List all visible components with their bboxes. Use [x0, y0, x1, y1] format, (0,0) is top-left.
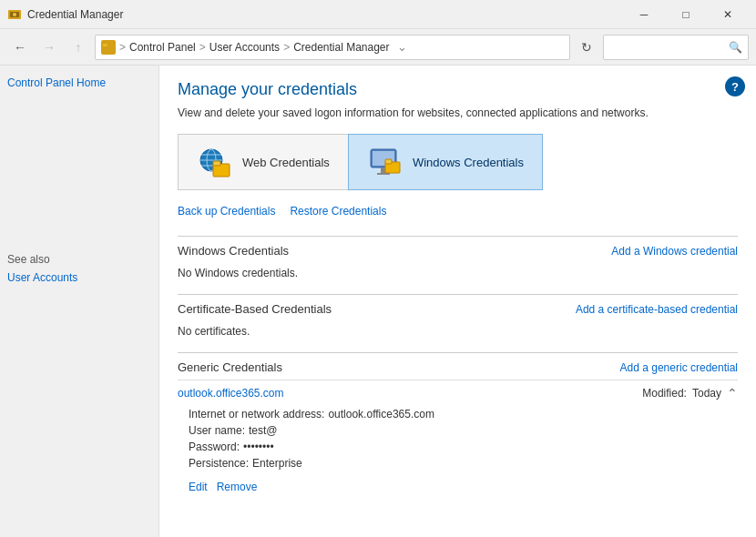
windows-credentials-header: Windows Credentials Add a Windows creden…: [178, 244, 738, 258]
up-button[interactable]: ↑: [66, 35, 91, 60]
edit-credential-link[interactable]: Edit: [189, 481, 208, 493]
detail-row-password: Password: ••••••••: [189, 441, 738, 453]
windows-credentials-section: Windows Credentials Add a Windows creden…: [178, 236, 738, 287]
help-button[interactable]: ?: [725, 76, 745, 96]
main-layout: Control Panel Home See also User Account…: [0, 66, 756, 537]
web-credentials-label: Web Credentials: [242, 156, 330, 169]
search-input[interactable]: [609, 41, 729, 54]
path-sep-1: >: [199, 41, 206, 54]
windows-credentials-tab[interactable]: Windows Credentials: [348, 134, 543, 190]
windows-credentials-title: Windows Credentials: [178, 244, 289, 258]
credential-type-selector: Web Credentials: [178, 134, 738, 190]
password-value: ••••••••: [243, 441, 274, 453]
credential-item-actions: Edit Remove: [178, 481, 738, 493]
page-description: View and delete your saved logon informa…: [178, 106, 738, 119]
address-path[interactable]: > Control Panel > User Accounts > Creden…: [95, 35, 570, 60]
generic-credentials-header: Generic Credentials Add a generic creden…: [178, 360, 738, 374]
modified-label: Modified:: [642, 387, 687, 400]
persistence-value: Enterprise: [252, 457, 302, 470]
add-generic-credential-link[interactable]: Add a generic credential: [620, 361, 738, 374]
detail-row-persistence: Persistence: Enterprise: [189, 457, 738, 470]
see-also-label: See also: [7, 253, 151, 266]
sidebar-control-panel-home[interactable]: Control Panel Home: [7, 76, 151, 89]
app-icon: [7, 7, 22, 22]
search-box: 🔍: [603, 35, 749, 60]
path-sep-2: >: [283, 41, 290, 54]
certificate-credentials-section: Certificate-Based Credentials Add a cert…: [178, 294, 738, 345]
credential-modified: Modified: Today ⌃: [642, 386, 738, 400]
backup-credentials-link[interactable]: Back up Credentials: [178, 205, 275, 218]
svg-rect-11: [213, 161, 220, 166]
chevron-up-icon: ⌃: [727, 386, 738, 400]
username-value: test@: [249, 424, 278, 437]
path-control-panel[interactable]: Control Panel: [129, 41, 196, 54]
close-button[interactable]: ✕: [707, 0, 749, 29]
window-title: Credential Manager: [27, 8, 623, 21]
certificate-credentials-header: Certificate-Based Credentials Add a cert…: [178, 302, 738, 316]
remove-credential-link[interactable]: Remove: [217, 481, 258, 493]
generic-credential-item-header[interactable]: outlook.office365.com Modified: Today ⌃: [178, 386, 738, 400]
path-folder-icon: [101, 40, 116, 55]
minimize-button[interactable]: ─: [623, 0, 665, 29]
svg-point-2: [13, 13, 16, 16]
credential-details: Internet or network address: outlook.off…: [178, 400, 738, 477]
sidebar-user-accounts[interactable]: User Accounts: [7, 271, 151, 284]
title-bar: Credential Manager ─ □ ✕: [0, 0, 756, 29]
maximize-button[interactable]: □: [665, 0, 707, 29]
windows-credentials-icon: [367, 144, 404, 180]
certificate-credentials-title: Certificate-Based Credentials: [178, 302, 332, 316]
generic-credentials-section: Generic Credentials Add a generic creden…: [178, 352, 738, 493]
path-sep-0: >: [119, 41, 126, 54]
svg-rect-4: [103, 44, 107, 46]
password-label: Password:: [189, 441, 240, 453]
address-bar: ← → ↑ > Control Panel > User Accounts > …: [0, 29, 756, 66]
detail-row-address: Internet or network address: outlook.off…: [189, 408, 738, 420]
web-credentials-tab[interactable]: Web Credentials: [178, 134, 348, 190]
generic-credential-item: outlook.office365.com Modified: Today ⌃ …: [178, 380, 738, 493]
path-dropdown-icon[interactable]: ⌄: [397, 40, 407, 54]
add-certificate-credential-link[interactable]: Add a certificate-based credential: [576, 303, 738, 316]
windows-credentials-label: Windows Credentials: [413, 156, 524, 169]
content-area: ? Manage your credentials View and delet…: [159, 66, 756, 537]
back-button[interactable]: ←: [7, 35, 33, 60]
certificate-credentials-empty: No certificates.: [178, 321, 738, 345]
credential-name: outlook.office365.com: [178, 387, 284, 400]
svg-rect-17: [385, 159, 392, 164]
persistence-label: Persistence:: [189, 457, 249, 470]
address-value: outlook.office365.com: [328, 408, 434, 420]
path-credential-manager[interactable]: Credential Manager: [293, 41, 389, 54]
page-title: Manage your credentials: [178, 80, 738, 99]
sidebar: Control Panel Home See also User Account…: [0, 66, 159, 537]
add-windows-credential-link[interactable]: Add a Windows credential: [611, 245, 738, 258]
path-user-accounts[interactable]: User Accounts: [209, 41, 280, 54]
refresh-button[interactable]: ↻: [574, 35, 599, 60]
actions-row: Back up Credentials Restore Credentials: [178, 205, 738, 221]
windows-credentials-empty: No Windows credentials.: [178, 263, 738, 287]
search-icon: 🔍: [729, 41, 742, 54]
username-label: User name:: [189, 424, 245, 437]
address-label: Internet or network address:: [189, 408, 324, 420]
restore-credentials-link[interactable]: Restore Credentials: [290, 205, 386, 218]
detail-row-username: User name: test@: [189, 424, 738, 437]
modified-value: Today: [692, 387, 721, 400]
window-controls: ─ □ ✕: [623, 0, 749, 29]
forward-button[interactable]: →: [36, 35, 62, 60]
web-credentials-icon: [197, 144, 233, 180]
generic-credentials-title: Generic Credentials: [178, 360, 282, 374]
